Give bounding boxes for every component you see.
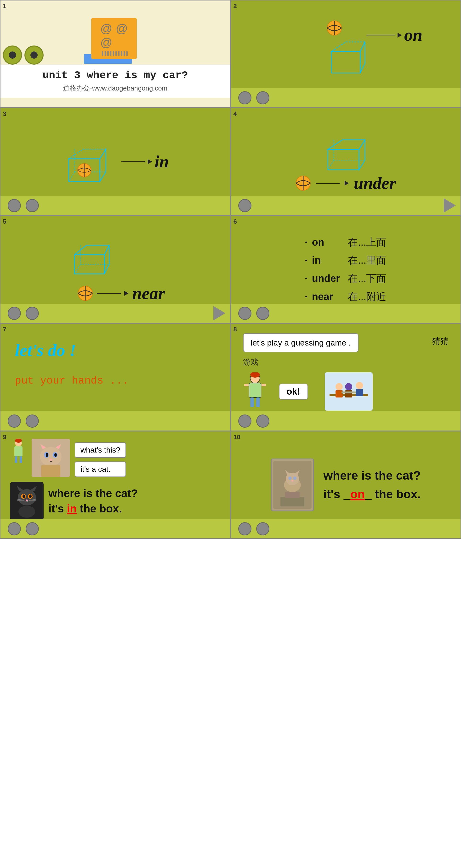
deco-circle-14: [256, 414, 269, 428]
game-bubble-text: let's play a guessing game .: [251, 338, 351, 347]
svg-point-40: [345, 383, 352, 390]
bottom-deco-2: [231, 88, 461, 107]
svg-point-85: [291, 480, 294, 482]
cat-pedestal-10: [271, 459, 314, 511]
svg-rect-61: [41, 465, 60, 477]
bottom-deco-6: [231, 304, 461, 323]
svg-point-70: [26, 499, 28, 501]
vocab-en-under: under: [312, 269, 343, 287]
page-number-8: 8: [234, 326, 237, 333]
deco-circle-17: [238, 522, 251, 535]
cat-cartoon-9: [10, 482, 43, 520]
bottom-deco-8: [231, 411, 461, 431]
cell1-top: @ @@ ▐▐▐▐▐▐▐▐▐▐: [0, 0, 230, 65]
q2-line: where is the cat?: [49, 487, 138, 500]
slide-1: 1 @ @@ ▐▐▐▐▐▐▐▐▐▐ unit 3 where: [0, 0, 230, 108]
game-bubble: let's play a guessing game .: [243, 333, 359, 352]
page-number-9: 9: [3, 433, 6, 441]
a-underline-10: on: [350, 488, 365, 501]
student-figure: [243, 372, 267, 411]
word-in: in: [154, 152, 169, 172]
vocab-item-in: • in 在...里面: [305, 251, 386, 269]
page-number-2: 2: [234, 2, 237, 10]
slide-7: 7 let's do ! put your hands ...: [0, 323, 230, 431]
lets-do-area: let's do ! put your hands ...: [15, 336, 129, 387]
svg-point-68: [23, 494, 25, 498]
svg-line-27: [74, 265, 81, 274]
svg-point-38: [336, 383, 343, 390]
page-number-3: 3: [3, 110, 6, 118]
vocab-cn-on: 在...上面: [348, 233, 386, 251]
slide-9: 9: [0, 431, 230, 539]
word-on: on: [404, 25, 423, 45]
word-near: near: [132, 283, 165, 303]
svg-rect-49: [20, 456, 22, 463]
cube-on: [322, 32, 370, 75]
page-number-10: 10: [234, 433, 240, 441]
slide-6: 6 • on 在...上面 • in 在...里面 • under 在...下面: [230, 216, 461, 323]
svg-point-84: [293, 476, 297, 480]
frog-eye-right: [24, 45, 43, 65]
deco-triangle-5: [213, 306, 225, 320]
q-10: where is the cat?: [324, 469, 421, 483]
in-label-row: in: [121, 152, 169, 172]
ok-bubble: ok!: [279, 383, 308, 400]
svg-rect-78: [285, 492, 300, 498]
svg-rect-33: [250, 398, 254, 407]
deco-circle-8: [26, 307, 39, 320]
svg-marker-7: [69, 149, 106, 159]
guess-cn: 猜猜: [432, 336, 449, 347]
basketball-under: [296, 176, 311, 191]
svg-rect-41: [345, 390, 352, 398]
student-area: [243, 372, 267, 411]
near-label-row: near: [78, 283, 165, 303]
deco-circle-5: [238, 199, 251, 212]
vocab-en-on: on: [312, 233, 343, 251]
slide-subtitle: 道格办公-www.daogebangong.com: [10, 84, 221, 93]
vocab-cn-in: 在...里面: [348, 251, 386, 269]
svg-marker-15: [328, 140, 365, 149]
svg-marker-16: [359, 140, 365, 170]
cat-photo-9: [32, 439, 70, 477]
deco-circle-13: [238, 414, 251, 428]
bottom-deco-4: [231, 196, 461, 215]
speech-bubbles-9: what's this? it's a cat.: [75, 442, 126, 477]
cube-under: [321, 130, 371, 173]
deco-circle-4: [26, 199, 39, 212]
svg-rect-34: [256, 398, 260, 407]
page-number-5: 5: [3, 218, 6, 225]
title-area: unit 3 where is my car? 道格办公-www.daogeba…: [0, 65, 230, 98]
svg-rect-44: [341, 392, 356, 394]
svg-marker-2: [332, 52, 360, 73]
svg-point-42: [356, 382, 363, 389]
slide-8: 8 let's play a guessing game . 猜猜 游戏: [230, 323, 461, 431]
bottom-deco-5: [0, 304, 230, 323]
deco-circle-12: [26, 414, 39, 428]
svg-line-9: [69, 172, 75, 182]
svg-point-58: [46, 453, 48, 457]
vocab-cn-near: 在...附近: [348, 287, 386, 306]
deco-circle-11: [8, 414, 21, 428]
a2-line: it's in the box.: [49, 502, 138, 515]
a2-underline: in: [67, 502, 76, 515]
slide-title: unit 3 where is my car?: [10, 69, 221, 82]
svg-rect-36: [262, 384, 266, 386]
a-10: it's _on_ the box.: [324, 487, 421, 501]
slide-2: 2: [230, 0, 461, 108]
frog-eye-left: [3, 45, 22, 65]
svg-point-63: [18, 489, 36, 505]
slide-3: 3: [0, 108, 230, 216]
a2-suffix: the box.: [76, 502, 122, 515]
game-cn-label: 游戏: [243, 357, 449, 368]
deco-circle-10: [256, 307, 269, 320]
svg-marker-3: [332, 42, 365, 52]
deco-circle-3: [8, 199, 21, 212]
page-number-1: 1: [3, 2, 6, 10]
page-number-7: 7: [3, 326, 6, 333]
deco-circle-9: [238, 307, 251, 320]
top-row-9: what's this? it's a cat.: [10, 439, 221, 477]
vocab-en-near: near: [312, 287, 343, 306]
svg-point-83: [288, 476, 292, 480]
slide-10: 10: [230, 431, 461, 539]
svg-marker-14: [328, 149, 359, 170]
